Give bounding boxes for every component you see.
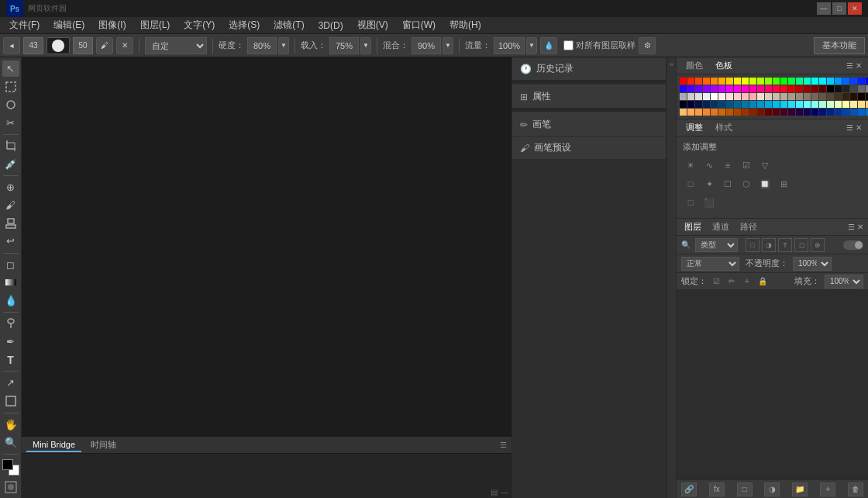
heal-tool[interactable]: ⊕ <box>2 179 19 195</box>
color-swatch-cell[interactable] <box>804 109 811 116</box>
minimize-button[interactable]: — <box>817 2 831 15</box>
titlebar-controls[interactable]: — □ ✕ <box>817 2 862 15</box>
brush-size-value[interactable]: 43 <box>23 37 43 54</box>
maximize-button[interactable]: □ <box>832 2 846 15</box>
pen-tool[interactable]: ✒ <box>2 334 19 350</box>
color-swatch-cell[interactable] <box>811 101 818 108</box>
color-swatch-cell[interactable] <box>734 78 741 85</box>
color-swatch-cell[interactable] <box>811 109 818 116</box>
color-swatch-cell[interactable] <box>850 109 857 116</box>
close-button[interactable]: ✕ <box>848 2 862 15</box>
filter-adj-btn[interactable]: ◑ <box>762 238 776 252</box>
adj-exposure-btn[interactable]: 🔲 <box>757 176 773 192</box>
color-swatch-cell[interactable] <box>842 85 849 92</box>
color-swatch[interactable] <box>2 459 19 476</box>
tab-mini-bridge[interactable]: Mini Bridge <box>26 438 81 452</box>
color-swatch-cell[interactable] <box>819 109 826 116</box>
menu-text[interactable]: 文字(Y) <box>177 17 221 33</box>
airbrush-btn[interactable]: 💧 <box>540 37 557 54</box>
color-swatch-cell[interactable] <box>711 93 718 100</box>
color-swatch-cell[interactable] <box>711 78 718 85</box>
menu-view[interactable]: 视图(V) <box>351 17 394 33</box>
move-tool[interactable]: ↖ <box>2 61 19 77</box>
brush-size-down[interactable]: ◄ <box>3 37 20 54</box>
zoom-tool[interactable]: 🔍 <box>2 434 19 451</box>
color-swatch-cell[interactable] <box>749 101 756 108</box>
tool-mode-2[interactable]: ✕ <box>116 37 133 54</box>
bottom-icon-1[interactable]: ▤ <box>491 488 498 496</box>
color-swatch-cell[interactable] <box>687 78 694 85</box>
load-dropdown[interactable]: ▼ <box>360 37 371 54</box>
color-swatch-cell[interactable] <box>765 85 772 92</box>
marquee-tool[interactable] <box>2 78 19 95</box>
fill-select[interactable]: 100% <box>825 275 863 289</box>
paths-tab[interactable]: 路径 <box>737 220 760 234</box>
color-swatch-cell[interactable] <box>811 85 818 92</box>
menu-file[interactable]: 文件(F) <box>3 17 46 33</box>
color-swatch-cell[interactable] <box>726 78 733 85</box>
color-swatch-cell[interactable] <box>734 101 741 108</box>
color-swatch-cell[interactable] <box>687 85 694 92</box>
color-swatch-cell[interactable] <box>765 101 772 108</box>
adj-list-icon[interactable]: ☰ <box>846 123 853 132</box>
mix-input[interactable] <box>412 37 441 54</box>
color-swatch-cell[interactable] <box>804 101 811 108</box>
color-swatch-cell[interactable] <box>788 93 795 100</box>
color-swatch-cell[interactable] <box>773 101 780 108</box>
color-swatch-cell[interactable] <box>703 78 710 85</box>
menu-window[interactable]: 窗口(W) <box>396 17 442 33</box>
color-swatch-cell[interactable] <box>680 93 687 100</box>
color-swatch-cell[interactable] <box>742 78 749 85</box>
color-swatch-cell[interactable] <box>687 101 694 108</box>
color-swatch-cell[interactable] <box>742 101 749 108</box>
color-swatch-cell[interactable] <box>773 78 780 85</box>
color-swatch-cell[interactable] <box>796 101 803 108</box>
filter-toggle[interactable] <box>843 240 863 250</box>
color-swatch-cell[interactable] <box>788 78 795 85</box>
basic-function-btn[interactable]: 基本功能 <box>814 37 865 54</box>
layers-tab[interactable]: 图层 <box>681 220 704 234</box>
color-swatch-cell[interactable] <box>796 85 803 92</box>
color-swatch-cell[interactable] <box>695 85 702 92</box>
filter-text-btn[interactable]: T <box>778 238 792 252</box>
color-swatch-cell[interactable] <box>726 85 733 92</box>
channels-tab[interactable]: 通道 <box>709 220 732 234</box>
color-swatch-cell[interactable] <box>711 101 718 108</box>
adj-colorbalance-btn[interactable]: ☑ <box>739 157 754 173</box>
adj-brightness-btn[interactable]: ☀ <box>683 157 698 173</box>
menu-image[interactable]: 图像(I) <box>92 17 132 33</box>
quick-select-tool[interactable]: ✂ <box>2 114 19 130</box>
color-swatch-cell[interactable] <box>788 109 795 116</box>
color-swatch-cell[interactable] <box>827 101 834 108</box>
history-panel-item[interactable]: 🕐 历史记录 <box>512 57 666 81</box>
menu-help[interactable]: 帮助(H) <box>443 17 487 33</box>
adj-vibrance-btn[interactable]: ✦ <box>701 176 717 192</box>
layers-close-icon[interactable]: ✕ <box>857 223 863 231</box>
color-swatch-cell[interactable] <box>695 93 702 100</box>
color-swatch-cell[interactable] <box>757 109 764 116</box>
color-swatch-cell[interactable] <box>827 109 834 116</box>
color-tab[interactable]: 颜色 <box>683 58 706 73</box>
adj-hue-btn[interactable]: □ <box>683 176 698 192</box>
mix-dropdown[interactable]: ▼ <box>443 37 453 54</box>
color-swatch-cell[interactable] <box>842 93 849 100</box>
color-swatch-cell[interactable] <box>780 93 787 100</box>
color-swatch-cell[interactable] <box>734 85 741 92</box>
adj-levels-btn[interactable]: ≡ <box>720 157 735 173</box>
color-swatch-cell[interactable] <box>765 109 772 116</box>
adjustments-tab[interactable]: 调整 <box>683 120 706 135</box>
color-swatch-cell[interactable] <box>718 93 725 100</box>
clarity-input[interactable] <box>247 37 277 54</box>
color-swatch-cell[interactable] <box>718 85 725 92</box>
color-swatch-cell[interactable] <box>765 93 772 100</box>
path-select-tool[interactable]: ↗ <box>2 375 19 391</box>
menu-3d[interactable]: 3D(D) <box>312 19 350 33</box>
tab-timeline[interactable]: 时间轴 <box>84 437 122 452</box>
color-swatch-cell[interactable] <box>804 93 811 100</box>
color-swatch-cell[interactable] <box>749 78 756 85</box>
color-swatch-cell[interactable] <box>804 78 811 85</box>
color-swatch-cell[interactable] <box>819 85 826 92</box>
color-swatch-cell[interactable] <box>827 78 834 85</box>
adj-pattern-btn[interactable]: ⬛ <box>701 195 717 210</box>
properties-panel-item[interactable]: ⊞ 属性 <box>512 85 666 109</box>
